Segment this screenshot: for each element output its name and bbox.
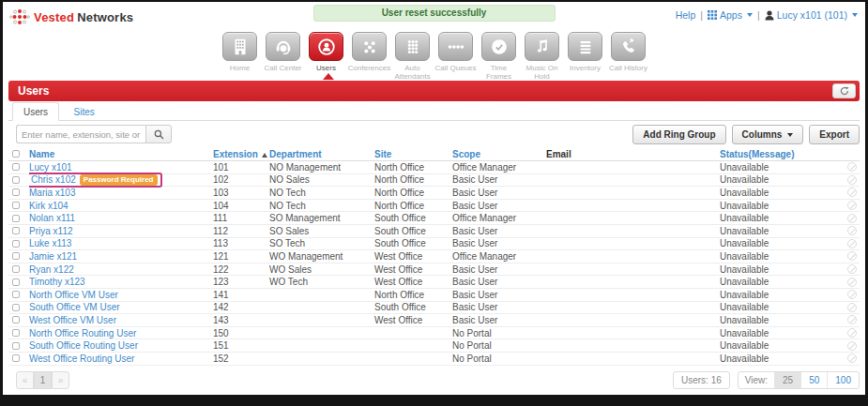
header-department[interactable]: Department [269, 149, 374, 159]
table-row: Chris x102 Password Required 102 NO Sale… [8, 174, 860, 188]
nav-label-conferences: Conferences [348, 64, 391, 72]
columns-dropdown-button[interactable]: Columns [732, 125, 804, 144]
disabled-call-icon [847, 315, 857, 324]
row-checkbox[interactable] [12, 227, 20, 234]
user-name-link[interactable]: Priya x112 [29, 226, 73, 236]
row-checkbox[interactable] [12, 265, 20, 273]
disabled-call-icon [847, 278, 857, 287]
home-icon [230, 37, 251, 57]
name-highlight: Kirk x104 [29, 201, 69, 211]
user-name-link[interactable]: Luke x113 [29, 238, 71, 248]
nav-item-home[interactable]: Home [219, 32, 262, 81]
header-status[interactable]: Status(Message) [720, 149, 834, 159]
cell-scope: Office Manager [452, 251, 546, 262]
row-checkbox[interactable] [12, 354, 20, 362]
nav-item-inventory[interactable]: Inventory [564, 32, 607, 81]
row-checkbox[interactable] [12, 202, 20, 209]
help-link[interactable]: Help [676, 9, 696, 21]
user-menu[interactable]: Lucy x101 (101) [765, 9, 858, 21]
header-scope[interactable]: Scope [452, 149, 546, 159]
name-highlight: Chris x102 Password Required [29, 173, 162, 188]
nav-item-music-on-hold[interactable]: Music On Hold [521, 32, 564, 81]
row-checkbox[interactable] [12, 316, 20, 323]
name-highlight: North Office VM User [29, 290, 118, 300]
brand-logo: VestedNetworks [9, 7, 133, 27]
export-button[interactable]: Export [809, 125, 860, 144]
user-name-link[interactable]: Chris x102 [31, 174, 76, 185]
name-highlight: Nolan x111 [29, 213, 75, 223]
row-checkbox[interactable] [12, 176, 20, 184]
header-name[interactable]: Name [29, 149, 213, 159]
user-name-link[interactable]: West Office VM User [29, 315, 116, 325]
user-name-link[interactable]: Timothy x123 [29, 277, 85, 287]
user-name-link[interactable]: South Office Routing User [29, 340, 138, 351]
tab-users[interactable]: Users [12, 102, 59, 121]
user-name-link[interactable]: North Office Routing User [29, 328, 136, 338]
chevron-down-icon [747, 13, 753, 17]
nav-label-home: Home [219, 64, 262, 72]
cell-department: NO Management [269, 162, 374, 173]
user-name-link[interactable]: Kirk x104 [29, 201, 69, 211]
row-checkbox[interactable] [12, 215, 20, 222]
nav-item-auto-attendants[interactable]: Auto Attendants [391, 32, 434, 81]
disabled-call-icon [847, 290, 857, 299]
next-page-button[interactable]: » [52, 371, 69, 389]
disabled-call-icon [847, 251, 857, 261]
search-button[interactable] [145, 125, 172, 143]
user-name-link[interactable]: Lucy x101 [29, 162, 72, 173]
apps-menu[interactable]: Apps [708, 9, 753, 21]
search-icon [154, 129, 164, 140]
user-name-link[interactable]: Nolan x111 [29, 213, 75, 223]
nav-item-call-queues[interactable]: Call Queues [434, 32, 478, 81]
header-extension[interactable]: Extension [213, 149, 269, 159]
cell-department: WO Tech [269, 277, 374, 287]
row-checkbox[interactable] [12, 163, 20, 171]
header-site[interactable]: Site [374, 149, 452, 159]
row-checkbox[interactable] [12, 304, 20, 311]
nav-item-call-history[interactable]: Call History [607, 32, 650, 81]
row-checkbox[interactable] [12, 278, 20, 286]
select-all-checkbox[interactable] [12, 150, 20, 158]
row-checkbox[interactable] [12, 329, 20, 337]
cell-scope: Basic User [452, 226, 546, 236]
logo-dots-icon [9, 7, 30, 27]
user-name-link[interactable]: Jamie x121 [29, 251, 77, 262]
prev-page-button[interactable]: « [16, 371, 34, 389]
current-page-button[interactable]: 1 [34, 371, 52, 389]
cell-scope: Basic User [452, 315, 546, 325]
nav-item-time-frames[interactable]: Time Frames [478, 32, 521, 81]
row-checkbox[interactable] [12, 240, 20, 248]
row-checkbox[interactable] [12, 252, 20, 260]
view-option-50[interactable]: 50 [800, 372, 827, 388]
user-name-link[interactable]: North Office VM User [29, 290, 118, 300]
nav-item-conferences[interactable]: Conferences [348, 32, 391, 81]
nav-item-call-center[interactable]: Call Center [262, 32, 305, 81]
header-email[interactable]: Email [546, 149, 720, 159]
row-checkbox[interactable] [12, 188, 20, 196]
nav-label-music-on-hold: Music On Hold [521, 64, 564, 81]
search-input[interactable] [16, 125, 145, 143]
page-title: Users [8, 84, 832, 98]
users-count: Users: 16 [673, 371, 730, 389]
row-checkbox[interactable] [12, 342, 20, 350]
cell-status: Unavailable [720, 201, 834, 211]
cell-site: North Office [374, 188, 452, 198]
cell-status: Unavailable [720, 264, 834, 275]
row-checkbox[interactable] [12, 291, 20, 298]
user-name-link[interactable]: Ryan x122 [29, 264, 74, 275]
cell-site: South Office [374, 302, 452, 312]
add-ring-group-button[interactable]: Add Ring Group [632, 125, 725, 144]
disabled-call-icon [847, 175, 857, 185]
table-row: Luke x113 113 SO Tech South Office Basic… [8, 238, 860, 251]
cell-site: West Office [374, 277, 452, 287]
cell-department: WO Sales [269, 264, 374, 275]
cell-status: Unavailable [720, 353, 834, 364]
user-name-link[interactable]: West Office Routing User [29, 353, 134, 364]
tab-sites[interactable]: Sites [64, 103, 105, 120]
user-name-link[interactable]: Maria x103 [29, 188, 75, 198]
view-option-100[interactable]: 100 [827, 372, 859, 388]
view-option-25[interactable]: 25 [774, 372, 800, 388]
nav-label-users: Users [305, 64, 348, 72]
refresh-button[interactable] [832, 83, 856, 98]
user-name-link[interactable]: South Office VM User [29, 302, 120, 312]
